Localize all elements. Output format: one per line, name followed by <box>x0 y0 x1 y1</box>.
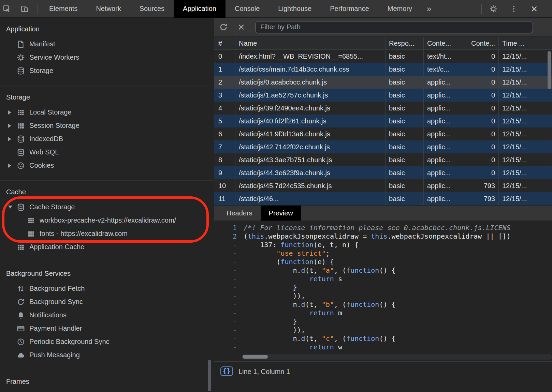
tab-network[interactable]: Network <box>87 0 130 18</box>
code-line: 137: function(e, t, n) { <box>244 241 552 249</box>
sidebar-item-local-storage[interactable]: Local Storage <box>0 106 214 119</box>
tab-console[interactable]: Console <box>226 0 269 18</box>
sidebar-item-indexeddb[interactable]: IndexedDB <box>0 132 214 146</box>
tab-application[interactable]: Application <box>174 0 226 18</box>
cell-response-type: basic <box>386 63 424 76</box>
cell-content-length: 0 <box>461 63 499 76</box>
cache-entry-row[interactable]: 3/static/js/1.ae52757c.chunk.jsbasicappl… <box>214 89 552 102</box>
inspect-button[interactable] <box>0 0 18 18</box>
cache-entry-row[interactable]: 11/static/js/46...basicapplic...79312/15… <box>214 192 552 205</box>
expander-down-icon[interactable] <box>8 206 16 209</box>
cell-content-length: 0 <box>461 76 499 89</box>
column-header-conte[interactable]: Conte... <box>424 37 461 49</box>
cell-name: /static/js/43.3ae7b751.chunk.js <box>235 153 386 166</box>
sidebar-item-workbox-precache-v2-https-excalidraw-com[interactable]: workbox-precache-v2-https://excalidraw.c… <box>0 214 214 227</box>
sidebar-scrollbar-thumb[interactable] <box>208 360 211 391</box>
cell-time: 12/15/... <box>499 50 552 63</box>
settings-button[interactable] <box>486 0 504 18</box>
more-tabs-button[interactable]: » <box>421 4 437 14</box>
column-header-conte[interactable]: Conte... <box>461 37 499 49</box>
item-label: Session Storage <box>29 122 79 130</box>
sidebar-item-cookies[interactable]: Cookies <box>0 159 214 172</box>
refresh-button[interactable] <box>218 20 233 34</box>
code-horizontal-scrollbar-thumb[interactable] <box>243 355 268 359</box>
code-line: } <box>244 317 552 326</box>
cloud-icon <box>16 351 25 360</box>
expander-right-icon[interactable] <box>8 137 16 141</box>
cell-time: 12/15/... <box>499 127 552 140</box>
cache-entry-row[interactable]: 5/static/js/40.fd2ff261.chunk.jsbasicapp… <box>214 115 552 127</box>
column-header-num[interactable]: # <box>214 37 235 49</box>
database-icon <box>16 203 25 212</box>
sidebar-item-push-messaging[interactable]: Push Messaging <box>0 348 214 362</box>
token-p: , ( <box>334 334 346 343</box>
token-s: "c" <box>322 334 334 343</box>
column-header-respo[interactable]: Respo... <box>386 37 424 49</box>
tab-lighthouse[interactable]: Lighthouse <box>269 0 321 18</box>
column-header-name[interactable]: Name <box>235 37 386 49</box>
item-label: Cookies <box>29 162 54 169</box>
cell-response-type: basic <box>386 76 424 89</box>
menu-button[interactable] <box>507 0 525 18</box>
cell-num: 4 <box>214 102 235 115</box>
tab-memory[interactable]: Memory <box>378 0 421 18</box>
cache-entry-row[interactable]: 0/index.html?__WB_REVISION__=6855...basi… <box>214 50 552 63</box>
sidebar-item-cache-storage[interactable]: Cache Storage <box>0 200 214 214</box>
cache-entry-row[interactable]: 1/static/css/main.7d14b3cc.chunk.cssbasi… <box>214 63 552 76</box>
clear-button[interactable] <box>236 20 250 34</box>
cell-content-length: 0 <box>461 140 499 153</box>
tab-elements[interactable]: Elements <box>40 0 87 18</box>
table-icon <box>16 121 25 130</box>
toolbar-left: ElementsNetworkSourcesApplicationConsole… <box>0 0 479 17</box>
code-gutter: 12------------- <box>214 224 242 361</box>
cache-entry-row[interactable]: 10/static/js/45.7d24c535.chunk.jsbasicap… <box>214 179 552 192</box>
datagrid-vertical-scrollbar-thumb[interactable] <box>548 51 551 89</box>
cache-entry-row[interactable]: 8/static/js/43.3ae7b751.chunk.jsbasicapp… <box>214 153 552 166</box>
tab-sources[interactable]: Sources <box>130 0 174 18</box>
code-line: } <box>244 283 552 292</box>
item-label: Local Storage <box>29 108 71 116</box>
tab-performance[interactable]: Performance <box>321 0 378 18</box>
code-line: /*! For license information please see 0… <box>244 224 552 232</box>
cache-entry-row[interactable]: 6/static/js/41.9f3d13a6.chunk.jsbasicapp… <box>214 127 552 140</box>
sync-icon <box>16 298 25 306</box>
section-title-storage: Storage <box>0 91 214 103</box>
sidebar-item-manifest[interactable]: Manifest <box>0 37 214 51</box>
token-p: , ( <box>334 266 346 274</box>
sidebar-item-session-storage[interactable]: Session Storage <box>0 119 214 132</box>
preview-tabs: HeadersPreview <box>214 205 552 221</box>
expander-right-icon[interactable] <box>8 110 16 115</box>
sidebar-item-fonts-https-excalidraw-com[interactable]: fonts - https://excalidraw.com <box>0 227 214 240</box>
gutter-line: - <box>214 275 237 283</box>
cache-entry-row[interactable]: 4/static/js/39.f2490ee4.chunk.jsbasicapp… <box>214 102 552 115</box>
close-button[interactable] <box>527 0 545 18</box>
sidebar-item-application-cache[interactable]: Application Cache <box>0 240 214 254</box>
gutter-line: 1 <box>214 224 237 232</box>
filter-by-path-input[interactable] <box>255 21 533 33</box>
menu-icon <box>509 4 518 13</box>
cache-entry-row[interactable]: 9/static/js/44.3e623f9a.chunk.jsbasicapp… <box>214 166 552 179</box>
expander-right-icon[interactable] <box>8 124 16 128</box>
cell-response-type: basic <box>386 179 424 192</box>
sidebar-item-web-sql[interactable]: Web SQL <box>0 146 214 159</box>
column-header-time[interactable]: Time ... <box>499 37 552 49</box>
sidebar-item-background-sync[interactable]: Background Sync <box>0 295 214 308</box>
sidebar-item-background-fetch[interactable]: Background Fetch <box>0 282 214 295</box>
sidebar-item-storage[interactable]: Storage <box>0 64 214 77</box>
cell-content-length: 793 <box>461 179 499 192</box>
sidebar-item-periodic-background-sync[interactable]: Periodic Background Sync <box>0 335 214 348</box>
preview-tab-preview[interactable]: Preview <box>261 206 301 221</box>
cache-entry-row[interactable]: 2/static/js/0.acabcbcc.chunk.jsbasicappl… <box>214 76 552 89</box>
expander-right-icon[interactable] <box>8 164 16 168</box>
cell-num: 0 <box>214 50 235 63</box>
preview-tab-headers[interactable]: Headers <box>218 206 261 221</box>
sidebar-item-payment-handler[interactable]: Payment Handler <box>0 322 214 335</box>
sidebar-item-notifications[interactable]: Notifications <box>0 308 214 322</box>
cache-entry-row[interactable]: 7/static/js/42.7142f02c.chunk.jsbasicapp… <box>214 140 552 153</box>
cell-time: 12/15/... <box>499 140 552 153</box>
sidebar-item-service-workers[interactable]: Service Workers <box>0 51 214 64</box>
section-title-frames: Frames <box>0 376 214 387</box>
device-button[interactable] <box>18 0 35 18</box>
code-line: return m <box>244 309 552 317</box>
sidebar-section-application: ApplicationManifestService WorkersStorag… <box>0 18 214 86</box>
